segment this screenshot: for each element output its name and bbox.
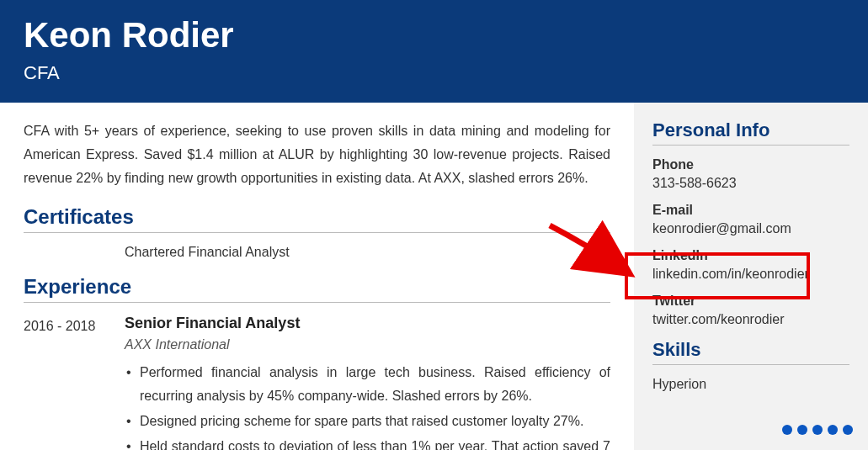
twitter-value: twitter.com/keonrodier <box>652 312 849 327</box>
certificate-item: Chartered Financial Analyst <box>125 245 610 260</box>
personal-info-heading: Personal Info <box>652 119 849 146</box>
experience-heading: Experience <box>24 275 610 303</box>
twitter-label: Twitter <box>652 294 849 309</box>
email-label: E-mail <box>652 203 849 218</box>
resume-header: Keon Rodier CFA <box>0 0 868 103</box>
skill-item: Hyperion <box>652 377 849 392</box>
experience-content: Senior Financial Analyst AXX Internation… <box>125 315 610 450</box>
linkedin-label: LinkedIn <box>652 248 849 263</box>
email-block: E-mail keonrodier@gmail.com <box>652 203 849 236</box>
linkedin-block: LinkedIn linkedin.com/in/keonrodier <box>652 248 849 282</box>
experience-company: AXX International <box>125 337 610 352</box>
dot-icon <box>828 425 838 435</box>
person-title: CFA <box>24 62 844 84</box>
dot-icon <box>843 425 853 435</box>
phone-block: Phone 313-588-6623 <box>652 157 849 191</box>
dot-icon <box>797 425 807 435</box>
linkedin-value: linkedin.com/in/keonrodier <box>652 267 849 282</box>
main-column: CFA with 5+ years of experience, seeking… <box>0 103 634 450</box>
pagination-dots <box>782 425 853 435</box>
phone-value: 313-588-6623 <box>652 176 849 191</box>
experience-role: Senior Financial Analyst <box>125 315 610 332</box>
experience-dates: 2016 - 2018 <box>24 315 125 450</box>
person-name: Keon Rodier <box>24 15 844 56</box>
summary-text: CFA with 5+ years of experience, seeking… <box>24 119 610 190</box>
dot-icon <box>812 425 823 435</box>
twitter-block: Twitter twitter.com/keonrodier <box>652 294 849 327</box>
sidebar: Personal Info Phone 313-588-6623 E-mail … <box>634 103 868 450</box>
experience-entry: 2016 - 2018 Senior Financial Analyst AXX… <box>24 315 610 450</box>
experience-bullet: Held standard costs to deviation of less… <box>125 435 610 450</box>
experience-bullet: Designed pricing scheme for spare parts … <box>125 410 610 433</box>
skills-heading: Skills <box>652 339 849 365</box>
certificates-heading: Certificates <box>24 205 610 233</box>
phone-label: Phone <box>652 157 849 172</box>
dot-icon <box>782 425 792 435</box>
experience-bullet: Performed financial analysis in large te… <box>125 361 610 408</box>
experience-bullets: Performed financial analysis in large te… <box>125 361 610 450</box>
email-value: keonrodier@gmail.com <box>652 221 849 236</box>
resume-body: CFA with 5+ years of experience, seeking… <box>0 103 868 450</box>
